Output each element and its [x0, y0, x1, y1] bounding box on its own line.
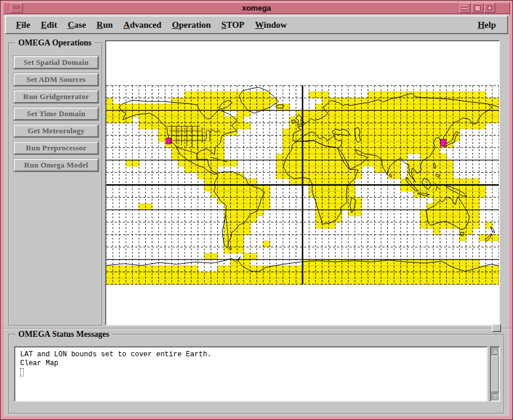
minimize-button[interactable]	[484, 3, 495, 13]
status-line: LAT and LON bounds set to cover entire E…	[20, 350, 486, 359]
source-california	[166, 138, 171, 144]
world-map[interactable]	[106, 41, 499, 324]
menu-window[interactable]: Window	[253, 19, 289, 31]
maximize-button[interactable]	[472, 3, 483, 13]
pane-sash[interactable]	[492, 324, 501, 332]
status-scrollbar[interactable]	[490, 346, 500, 402]
operations-panel-title: OMEGA Operations	[15, 38, 94, 48]
minimize-icon	[488, 6, 492, 10]
status-text-area[interactable]: LAT and LON bounds set to cover entire E…	[14, 346, 488, 402]
pane-separator	[4, 328, 509, 329]
status-line: Clear Map	[20, 359, 486, 368]
set-spatial-domain-button[interactable]: Set Spatial Domain	[14, 56, 99, 69]
world-map-area[interactable]	[105, 40, 500, 326]
run-omega-model-button[interactable]: Run Omega Model	[14, 159, 99, 172]
menu-run[interactable]: Run	[95, 19, 115, 31]
set-adm-sources-button[interactable]: Set ADM Sources	[14, 73, 99, 86]
get-meteorology-button[interactable]: Get Meteorology	[14, 124, 99, 137]
text-cursor	[20, 368, 24, 376]
xomega-window: xomega File Edit Case Run Advanced Opera…	[0, 0, 513, 420]
menu-bar: File Edit Case Run Advanced Operation ST…	[5, 15, 508, 34]
maximize-icon	[475, 5, 481, 11]
scroll-up-icon[interactable]	[492, 349, 498, 354]
titlebar: xomega	[3, 2, 510, 15]
source-korea	[440, 139, 446, 146]
menu-operation[interactable]: Operation	[170, 19, 213, 31]
menu-file[interactable]: File	[14, 19, 32, 31]
menu-stop[interactable]: STOP	[220, 19, 246, 31]
stripe-icon	[461, 8, 468, 10]
menu-advanced[interactable]: Advanced	[122, 19, 163, 31]
titlebar-stripes-button[interactable]	[459, 3, 470, 13]
menu-case[interactable]: Case	[66, 19, 88, 31]
run-gridgenerator-button[interactable]: Run Gridgenerator	[14, 90, 99, 103]
menu-edit[interactable]: Edit	[39, 19, 59, 31]
stripe-icon	[461, 5, 468, 7]
menu-help[interactable]: Help	[476, 19, 498, 31]
set-time-domain-button[interactable]: Set Time Domain	[14, 107, 99, 120]
scrollbar-thumb[interactable]	[491, 356, 499, 392]
run-preprocessor-button[interactable]: Run Preprocessor	[14, 142, 99, 155]
omega-operations-panel: OMEGA Operations Set Spatial Domain Set …	[8, 42, 103, 326]
status-panel-title: OMEGA Status Messages	[15, 330, 112, 339]
scroll-down-icon[interactable]	[492, 394, 498, 399]
window-title: xomega	[4, 4, 509, 12]
